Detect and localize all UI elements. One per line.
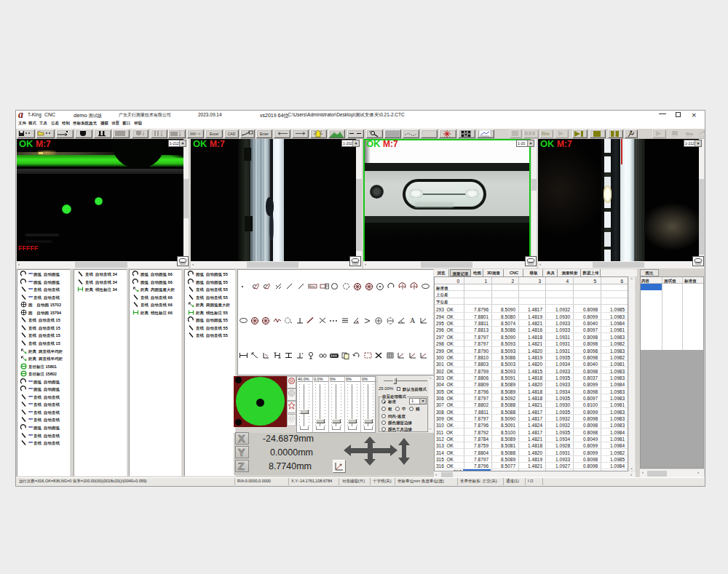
svg-text:Z: Z	[238, 461, 245, 471]
svg-text:X: X	[238, 433, 245, 444]
svg-text:Y: Y	[238, 447, 245, 458]
svg-text:A: A	[410, 316, 416, 324]
